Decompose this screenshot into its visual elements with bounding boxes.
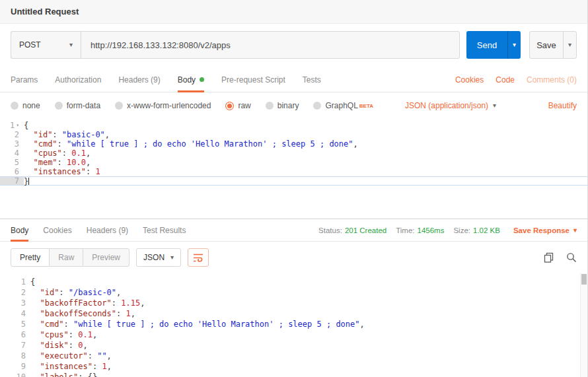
line-number: 3 [0, 298, 30, 308]
response-toolbar-right [544, 252, 577, 263]
response-format-select[interactable]: JSON ▾ [136, 248, 181, 267]
line-number: 7 [0, 340, 30, 351]
save-response-label: Save Response [513, 226, 570, 234]
scrollbar-thumb[interactable] [581, 274, 587, 285]
code-text: "executor": "", [30, 351, 587, 361]
code-line[interactable]: 3 "backoffFactor": 1.15, [0, 298, 587, 308]
radio-circle-icon [11, 102, 18, 110]
code-line[interactable]: 8 "executor": "", [0, 351, 587, 361]
comments-link[interactable]: Comments (0) [527, 75, 577, 85]
response-tab-headers[interactable]: Headers (9) [87, 219, 128, 241]
response-view-switch: Pretty Raw Preview [11, 248, 129, 267]
tab-headers[interactable]: Headers (9) [118, 67, 160, 92]
code-line[interactable]: 1{ [0, 277, 587, 287]
url-input[interactable]: http://192.168.133.132:8080/v2/apps [81, 31, 460, 59]
code-line[interactable]: 7 "disk": 0, [0, 340, 587, 351]
tab-authorization[interactable]: Authorization [55, 67, 101, 92]
graphql-beta-badge: BETA [359, 103, 373, 109]
code-text: "instances": 1 [24, 167, 587, 176]
radio-form-data[interactable]: form-data [55, 101, 100, 110]
code-text: "cpus": 0.1, [30, 329, 587, 340]
code-line[interactable]: 5 "cmd": "while [ true ] ; do echo 'Hell… [0, 319, 587, 329]
save-options-button[interactable]: ▾ [563, 31, 577, 59]
code-text: "cmd": "while [ true ] ; do echo 'Hello … [24, 139, 587, 149]
chevron-down-icon: ▾ [573, 227, 577, 234]
copy-response-button[interactable] [544, 252, 554, 263]
radio-circle-icon [55, 102, 63, 110]
line-number: 10 [0, 372, 30, 377]
code-line[interactable]: 5 "mem": 10.0, [0, 158, 587, 167]
radio-circle-icon [115, 102, 123, 110]
tab-body[interactable]: Body [178, 67, 204, 92]
code-link[interactable]: Code [496, 75, 515, 85]
code-text: { [30, 277, 587, 287]
code-text: "backoffSeconds": 1, [30, 308, 587, 319]
radio-circle-icon [266, 102, 274, 110]
radio-urlencoded[interactable]: x-www-form-urlencoded [115, 101, 211, 110]
code-text: "mem": 10.0, [24, 158, 587, 167]
tab-tests[interactable]: Tests [303, 67, 321, 92]
text-cursor [28, 178, 29, 185]
tab-body-label: Body [178, 75, 196, 85]
send-button-group: Send ▾ [466, 31, 521, 59]
response-tab-test-results[interactable]: Test Results [143, 219, 186, 241]
send-button[interactable]: Send [466, 31, 507, 59]
radio-urlencoded-label: x-www-form-urlencoded [127, 101, 211, 110]
radio-raw[interactable]: raw [225, 101, 250, 110]
send-options-button[interactable]: ▾ [507, 31, 521, 59]
request-builder: POST ▾ http://192.168.133.132:8080/v2/ap… [0, 24, 587, 67]
cookies-link[interactable]: Cookies [455, 75, 484, 85]
line-number: 2 [0, 130, 24, 139]
radio-graphql[interactable]: GraphQL BETA [313, 101, 373, 110]
response-meta: Status: 201 Created Time: 1456ms Size: 1… [318, 226, 577, 234]
view-preview-button[interactable]: Preview [83, 248, 129, 267]
code-line[interactable]: 6 "instances": 1 [0, 167, 587, 176]
code-line[interactable]: 7} [0, 176, 587, 186]
line-number: 5 [0, 158, 24, 167]
search-response-button[interactable] [566, 252, 577, 263]
radio-form-data-label: form-data [67, 101, 100, 110]
code-line[interactable]: 10 "labels": {}, [0, 372, 587, 377]
method-select[interactable]: POST ▾ [11, 31, 81, 59]
fold-caret-icon[interactable]: ▾ [16, 121, 19, 130]
code-line[interactable]: 1▾{ [0, 121, 587, 130]
radio-raw-label: raw [238, 101, 250, 110]
line-number: 6 [0, 329, 30, 340]
method-label: POST [19, 40, 41, 50]
line-number: 8 [0, 351, 30, 361]
code-line[interactable]: 9 "instances": 1, [0, 361, 587, 372]
tab-params[interactable]: Params [11, 67, 38, 92]
save-response-button[interactable]: Save Response ▾ [513, 226, 577, 234]
radio-binary[interactable]: binary [266, 101, 299, 110]
beautify-link[interactable]: Beautify [548, 101, 577, 110]
code-line[interactable]: 3 "cmd": "while [ true ] ; do echo 'Hell… [0, 139, 587, 149]
chevron-down-icon: ▾ [513, 42, 516, 48]
save-button[interactable]: Save [529, 31, 564, 59]
chevron-down-icon: ▾ [568, 42, 571, 48]
radio-circle-icon [313, 102, 321, 110]
code-line[interactable]: 2 "id": "/basic-0", [0, 287, 587, 298]
view-raw-button[interactable]: Raw [49, 248, 83, 267]
request-tabs-right: Cookies Code Comments (0) [455, 75, 577, 85]
radio-none[interactable]: none [11, 101, 40, 110]
code-line[interactable]: 6 "cpus": 0.1, [0, 329, 587, 340]
response-tab-body[interactable]: Body [11, 219, 28, 241]
scrollbar[interactable] [580, 273, 587, 377]
wrap-text-button[interactable] [188, 248, 209, 267]
code-text: "id": "/basic-0", [30, 287, 587, 298]
view-pretty-button[interactable]: Pretty [11, 248, 50, 267]
request-body-editor[interactable]: 1▾{2 "id": "basic-0",3 "cmd": "while [ t… [0, 119, 587, 219]
tab-prerequest-script[interactable]: Pre-request Script [221, 67, 285, 92]
code-line[interactable]: 4 "cpus": 0.1, [0, 149, 587, 158]
response-body-editor[interactable]: 1{2 "id": "/basic-0",3 "backoffFactor": … [0, 273, 587, 377]
code-text: "instances": 1, [30, 361, 587, 372]
line-number: 4 [0, 308, 30, 319]
content-type-label: JSON (application/json) [405, 101, 488, 110]
code-line[interactable]: 4 "backoffSeconds": 1, [0, 308, 587, 319]
status-badge: 201 Created [345, 226, 386, 234]
code-line[interactable]: 2 "id": "basic-0", [0, 130, 587, 139]
content-type-select[interactable]: JSON (application/json) ▾ [405, 101, 496, 110]
code-text: "labels": {}, [30, 372, 587, 377]
response-tab-cookies[interactable]: Cookies [43, 219, 71, 241]
request-tabs: Params Authorization Headers (9) Body Pr… [0, 67, 587, 92]
